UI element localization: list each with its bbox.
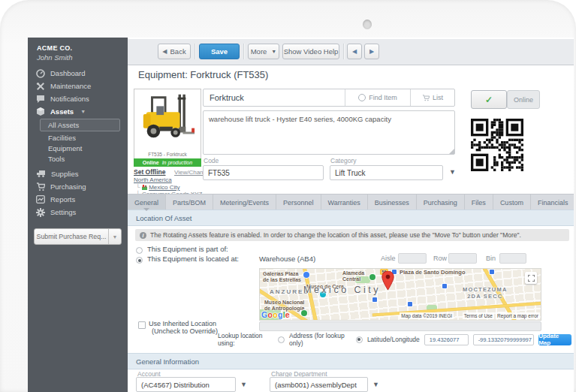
sidebar-item-notifications[interactable]: Notifications <box>28 92 128 105</box>
show-video-help-button[interactable]: Show Video Help <box>282 44 339 59</box>
sidebar-item-maintenance[interactable]: Maintenance <box>28 80 128 92</box>
list-button[interactable]: List <box>410 89 454 106</box>
sidebar-item-supplies[interactable]: Supplies <box>28 167 128 180</box>
lookup-label: Lookup location using: <box>218 332 273 347</box>
lookup-row: Lookup location using: Address (for look… <box>218 333 571 345</box>
tab-personnel[interactable]: Personnel <box>276 194 321 210</box>
nav-previous-button[interactable]: ◀ <box>347 44 362 59</box>
company-name: ACME CO. <box>37 44 119 52</box>
user-name: John Smith <box>37 53 119 62</box>
longitude-input[interactable]: -99.13320799999997 <box>473 334 535 345</box>
map-park-poi-icon <box>369 274 375 280</box>
located-at-value: Warehouse (AB4) <box>259 255 315 263</box>
sidebar-item-reports[interactable]: Reports <box>28 193 128 206</box>
category-label: Category <box>330 157 357 164</box>
sidebar-item-facilities[interactable]: Facilities <box>28 132 128 143</box>
tree-north-america-link[interactable]: North America <box>134 176 172 183</box>
online-check-button[interactable]: ✓ <box>471 90 507 109</box>
tab-parts-bom[interactable]: Parts/BOM <box>166 194 213 210</box>
map-terms-link[interactable]: Terms of Use <box>463 312 494 319</box>
category-dropdown-icon[interactable]: ▼ <box>449 168 456 176</box>
name-row: Forktruck Find Item List <box>203 89 455 107</box>
gear-icon <box>36 208 45 217</box>
inherited-location-label: Use Inherited Location <box>149 320 216 327</box>
back-button[interactable]: ◀ Back <box>158 44 191 59</box>
app-window: ACME CO. John Smith Dashboard Maintenanc… <box>28 38 574 392</box>
latitude-input[interactable]: 19.4326077 <box>424 334 469 345</box>
equipment-name-input[interactable]: Forktruck <box>204 89 345 106</box>
find-item-button[interactable]: Find Item <box>345 89 410 106</box>
tools-icon <box>36 82 45 91</box>
charge-department-select[interactable]: (asmb001) AssemblyDept <box>270 377 368 392</box>
list-label: List <box>433 94 443 101</box>
map-fullscreen-button[interactable] <box>525 272 537 284</box>
tab-businesses[interactable]: Businesses <box>368 194 417 210</box>
sidebar-item-label: Dashboard <box>50 69 85 77</box>
tab-warranties[interactable]: Warranties <box>321 194 368 210</box>
sidebar-subitem-label: Equipment <box>48 144 82 152</box>
tab-files[interactable]: Files <box>465 194 493 210</box>
category-select[interactable]: Lift Truck <box>330 165 443 180</box>
map-pin-icon[interactable] <box>381 271 394 291</box>
equipment-photo[interactable]: FT535 - Forktruck <box>134 89 201 159</box>
sidebar-item-label: Assets <box>50 107 74 116</box>
chevron-down-icon[interactable]: ▼ <box>108 229 121 244</box>
sidebar-item-label: Purchasing <box>50 182 86 191</box>
code-input[interactable]: FT535 <box>203 165 324 180</box>
tree-mexico-city-link[interactable]: Mexico City <box>149 184 179 191</box>
address-option-radio[interactable] <box>278 336 285 343</box>
chevron-down-icon: ▼ <box>80 109 86 114</box>
sidebar-subitem-label: Facilities <box>48 134 76 142</box>
online-status-button[interactable]: Online <box>507 90 540 109</box>
status-online-text: Online <box>143 160 159 165</box>
description-textarea[interactable]: warehouse lift truck - Hyster E40 series… <box>203 110 455 155</box>
nav-next-button[interactable]: ▶ <box>364 44 379 59</box>
toolbar: ◀ Back Save More ▼ Show Video Help ◀ ▶ <box>128 39 574 65</box>
charge-dropdown-icon[interactable]: ▼ <box>372 381 379 388</box>
more-button[interactable]: More ▼ <box>248 44 279 59</box>
row-input[interactable] <box>448 253 477 264</box>
account-dropdown-icon[interactable]: ▼ <box>240 381 247 388</box>
resize-handle[interactable] <box>449 149 454 154</box>
sidebar-item-assets[interactable]: Assets ▼ <box>28 105 128 118</box>
photo-caption: FT535 - Forktruck <box>134 152 201 157</box>
bin-label: Bin <box>486 255 496 262</box>
latlng-option-radio[interactable] <box>356 336 363 343</box>
page-title: Equipment: Forktruck (FT535) <box>138 69 268 80</box>
submit-purchase-request-button[interactable]: Submit Purchase Req... ▼ <box>34 228 122 245</box>
update-map-button[interactable]: Update Map <box>538 334 571 345</box>
tab-purchasing[interactable]: Purchasing <box>417 194 465 210</box>
address-input[interactable] <box>259 321 541 331</box>
map[interactable]: Galerías Plazade las Estrellas ANZURES M… <box>259 268 541 321</box>
tab-financials[interactable]: Financials <box>531 194 574 210</box>
latlng-option-label: Latitude/Longitude <box>367 336 420 343</box>
save-button[interactable]: Save <box>199 44 240 59</box>
map-report-error-link[interactable]: Report a map error <box>496 312 540 319</box>
sidebar-item-dashboard[interactable]: Dashboard <box>28 67 128 80</box>
sidebar-item-all-assets[interactable]: All Assets <box>40 119 120 131</box>
google-logo[interactable]: Google <box>261 310 290 319</box>
tree-branch: └ <box>136 184 140 191</box>
cart-icon <box>422 95 430 101</box>
inherited-location-checkbox[interactable] <box>138 321 146 329</box>
tab-general[interactable]: General <box>128 194 166 210</box>
sidebar-item-settings[interactable]: Settings <box>28 206 128 219</box>
map-transit-icon <box>372 297 377 302</box>
account-select[interactable]: (AC4567) Distribution <box>136 377 236 392</box>
sidebar-item-equipment[interactable]: Equipment <box>28 143 128 153</box>
tab-custom[interactable]: Custom <box>493 194 531 210</box>
sidebar-item-tools[interactable]: Tools <box>28 153 128 164</box>
truck-icon <box>36 170 46 178</box>
sidebar-item-purchasing[interactable]: Purchasing <box>28 180 128 193</box>
aisle-input[interactable] <box>398 253 427 264</box>
right-arrow-icon: ▶ <box>369 48 374 55</box>
city-icon <box>142 185 147 190</box>
map-label-moctezuma: MOCTEZUMA2DA SECC <box>463 286 508 300</box>
map-label-mexico-city: Mexico City <box>303 285 381 295</box>
located-at-radio[interactable] <box>136 257 143 264</box>
back-arrow-icon: ◀ <box>162 48 167 55</box>
bin-input[interactable] <box>499 253 526 264</box>
set-offline-link[interactable]: Set Offline <box>134 168 166 176</box>
part-of-radio[interactable] <box>136 247 143 254</box>
tab-metering-events[interactable]: Metering/Events <box>213 194 276 210</box>
